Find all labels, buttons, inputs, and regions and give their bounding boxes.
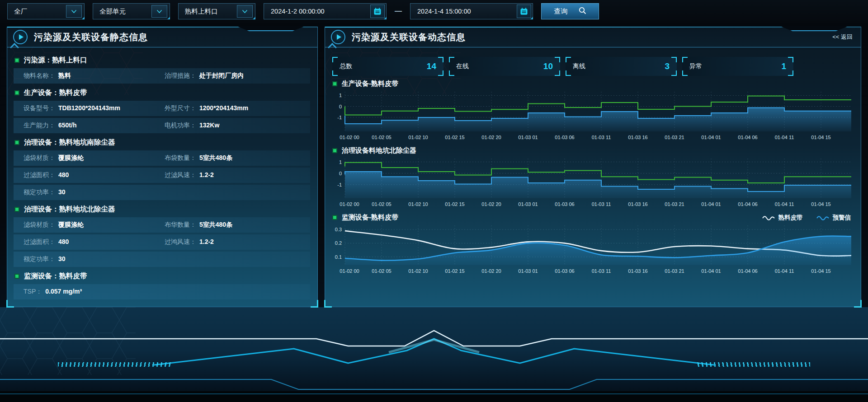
svg-text:01-02 20: 01-02 20 [481,135,501,140]
stat-label: 异常 [689,62,702,70]
info-cell: 额定功率：30 [24,188,306,196]
back-link[interactable]: << 返回 [832,33,853,41]
svg-text:01-03 11: 01-03 11 [592,201,611,207]
hatch-decoration [697,362,810,367]
svg-text:01-03 16: 01-03 16 [628,268,647,274]
svg-text:01-02 05: 01-02 05 [372,268,391,274]
calendar-icon[interactable] [370,5,385,18]
bullet-icon [14,140,19,145]
svg-text:0.2: 0.2 [335,240,342,246]
info-row: 过滤面积：480过滤风速：1.2-2 [14,168,310,183]
filter-select-1[interactable]: 全厂 [7,3,85,19]
svg-text:01-04 15: 01-04 15 [811,201,830,207]
bullet-icon [14,274,19,279]
dynamic-info-body: 总数14在线10离线3异常1 生产设备-熟料皮带10-101-02 0001-0… [325,47,861,307]
svg-text:01-02 15: 01-02 15 [445,135,464,140]
wave-line-icon [762,215,775,220]
svg-text:01-04 15: 01-04 15 [811,268,830,274]
info-cell: 物料名称：熟料 [24,72,165,80]
svg-text:0.3: 0.3 [335,227,342,232]
static-info-panel: 污染源及关联设备静态信息 污染源：熟料上料口物料名称：熟料治理措施：处于封闭厂房… [7,27,318,307]
stat-label: 总数 [340,62,352,70]
filter-select-3[interactable]: 熟料上料口 [178,3,255,19]
dynamic-info-panel: 污染源及关联设备动态信息 << 返回 总数14在线10离线3异常1 生产设备-熟… [325,27,861,307]
filter-select-value: 熟料上料口 [185,7,218,16]
chart-legend: 熟料皮带预警信 [762,214,853,222]
filter-select-value: 全部单元 [99,7,126,16]
stat-value: 10 [543,61,553,71]
svg-text:01-02 10: 01-02 10 [408,201,428,207]
svg-text:01-02 15: 01-02 15 [445,201,464,207]
start-datetime-picker[interactable]: 2024-1-2 00:00:00 [264,3,387,19]
footer-decoration [0,307,868,402]
section-heading: 生产设备：熟料皮带 [14,88,309,98]
info-cell: 设备型号：TDB1200*204143mm [24,104,165,112]
svg-text:01-03 06: 01-03 06 [555,268,574,274]
stat-value: 1 [781,61,786,71]
svg-text:-1: -1 [337,182,342,187]
legend-item[interactable]: 预警信 [816,214,851,222]
wave-line-icon [816,215,829,220]
info-row: 滤袋材质：覆膜涤纶布袋数量：5室共480条 [14,150,310,166]
info-cell: 外型尺寸：1200*204143mm [165,104,306,112]
stat-box-3: 离线3 [566,57,677,76]
bullet-icon [332,81,337,86]
chevron-down-icon [237,5,253,18]
info-cell: 生产能力：650t/h [24,122,165,130]
svg-text:01-03 11: 01-03 11 [592,135,611,140]
svg-text:01-03 16: 01-03 16 [628,201,647,207]
footer-emblem [0,307,868,402]
chart-block-3: 监测设备-熟料皮带熟料皮带预警信0.30.20.101-02 0001-02 0… [331,213,854,277]
filter-select-value: 全厂 [14,7,27,16]
play-icon [13,30,28,44]
svg-text:01-02 10: 01-02 10 [408,135,428,140]
info-cell: 治理措施：处于封闭厂房内 [165,72,306,80]
svg-text:01-04 15: 01-04 15 [811,135,830,140]
svg-text:01-04 06: 01-04 06 [738,135,757,140]
info-cell: 过滤面积：480 [24,171,165,179]
bullet-icon [14,58,19,63]
svg-text:0: 0 [339,104,342,109]
chart-canvas: 10-101-02 0001-02 0501-02 1001-02 1501-0… [331,88,854,141]
chart-title: 生产设备-熟料皮带 [332,79,853,88]
bullet-icon [332,148,337,153]
end-datetime-picker[interactable]: 2024-1-4 15:00:00 [410,3,533,19]
search-icon [579,7,586,16]
svg-text:0.1: 0.1 [335,254,342,260]
legend-item[interactable]: 熟料皮带 [762,214,803,222]
svg-text:-1: -1 [337,115,342,120]
info-row: 额定功率：30 [14,252,310,267]
stat-label: 在线 [456,62,469,70]
svg-text:01-03 06: 01-03 06 [555,135,574,140]
stat-value: 3 [665,61,670,71]
chart-title: 治理设备料地坑北除尘器 [332,146,853,155]
dynamic-panel-title: 污染源及关联设备动态信息 [352,31,466,43]
svg-text:01-04 06: 01-04 06 [738,268,757,274]
header-notch-decoration [780,26,848,31]
chart-canvas: 10-101-02 0001-02 0501-02 1001-02 1501-0… [331,155,854,208]
info-cell: 过鸿风速：1.2-2 [165,238,306,246]
filter-group: 全厂全部单元熟料上料口 [7,3,255,19]
info-row: 生产能力：650t/h电机功率：132Kw [14,118,310,133]
svg-text:1: 1 [339,159,342,165]
stat-label: 离线 [573,62,585,70]
panel-header: 污染源及关联设备静态信息 [7,27,317,47]
svg-text:01-02 00: 01-02 00 [340,268,359,274]
svg-text:01-02 20: 01-02 20 [481,201,501,207]
info-row: 设备型号：TDB1200*204143mm外型尺寸：1200*204143mm [14,101,310,116]
info-cell: 过滤风速：1.2-2 [165,171,306,179]
info-row: 额定功率：30 [14,185,310,200]
svg-text:01-03 01: 01-03 01 [518,201,538,207]
svg-text:01-02 15: 01-02 15 [445,268,464,274]
info-row: 过滤面积：480过鸿风速：1.2-2 [14,234,310,250]
svg-text:01-03 11: 01-03 11 [592,268,611,274]
query-button[interactable]: 查询 [541,3,599,19]
section-heading: 污染源：熟料上料口 [14,56,309,65]
start-datetime-value: 2024-1-2 00:00:00 [271,8,325,15]
filter-select-2[interactable]: 全部单元 [93,3,170,19]
calendar-icon[interactable] [517,5,531,18]
svg-text:01-03 21: 01-03 21 [665,201,684,207]
info-row: 滤袋材质：覆膜涤纶布华数量：5室共480条 [14,217,310,233]
svg-text:1: 1 [339,93,342,98]
svg-text:01-02 10: 01-02 10 [408,268,428,274]
